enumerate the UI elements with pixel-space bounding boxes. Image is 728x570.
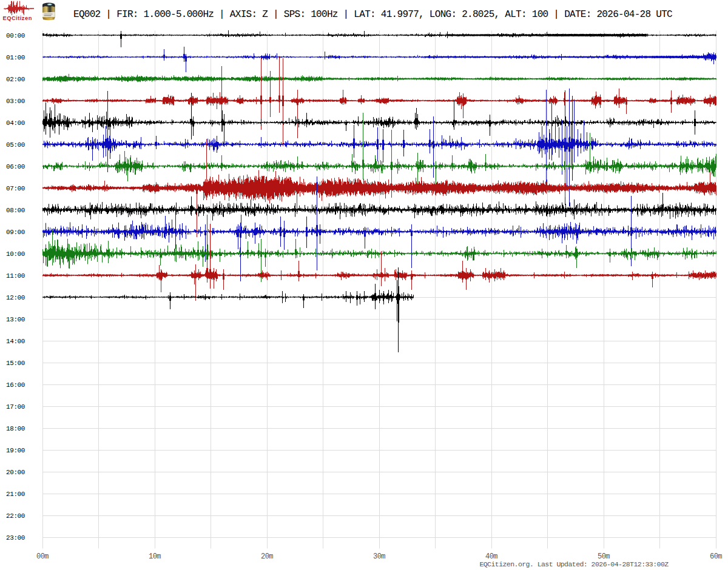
svg-text:00:00: 00:00 bbox=[6, 32, 25, 39]
svg-text:30m: 30m bbox=[373, 552, 385, 561]
svg-text:04:00: 04:00 bbox=[6, 119, 25, 127]
svg-text:22:00: 22:00 bbox=[6, 512, 25, 520]
svg-text:23:00: 23:00 bbox=[6, 534, 25, 542]
svg-text:21:00: 21:00 bbox=[6, 491, 25, 498]
svg-text:16:00: 16:00 bbox=[6, 381, 25, 389]
svg-text:EQ002 | FIR: 1.000-5.000Hz | A: EQ002 | FIR: 1.000-5.000Hz | AXIS: Z | S… bbox=[73, 9, 672, 20]
svg-text:14:00: 14:00 bbox=[6, 338, 25, 345]
svg-text:00m: 00m bbox=[36, 552, 49, 561]
svg-text:10:00: 10:00 bbox=[6, 250, 25, 258]
svg-text:50m: 50m bbox=[598, 552, 610, 561]
svg-text:13:00: 13:00 bbox=[6, 316, 25, 323]
svg-text:07:00: 07:00 bbox=[6, 185, 25, 192]
svg-text:11:00: 11:00 bbox=[6, 272, 25, 280]
svg-text:40m: 40m bbox=[485, 552, 497, 561]
svg-text:19:00: 19:00 bbox=[6, 447, 25, 454]
svg-text:18:00: 18:00 bbox=[6, 425, 25, 432]
svg-text:20:00: 20:00 bbox=[6, 469, 25, 476]
svg-text:09:00: 09:00 bbox=[6, 229, 25, 236]
svg-text:10m: 10m bbox=[149, 552, 161, 561]
svg-text:05:00: 05:00 bbox=[6, 141, 25, 149]
svg-text:EQCitizen: EQCitizen bbox=[3, 15, 32, 21]
svg-text:60m: 60m bbox=[710, 552, 722, 561]
svg-text:20m: 20m bbox=[261, 552, 273, 561]
svg-text:12:00: 12:00 bbox=[6, 294, 25, 301]
svg-text:03:00: 03:00 bbox=[6, 98, 25, 105]
svg-text:08:00: 08:00 bbox=[6, 207, 25, 214]
svg-text:EQCitizen.org. Last Updated: 2: EQCitizen.org. Last Updated: 2026-04-28T… bbox=[479, 560, 669, 568]
svg-text:17:00: 17:00 bbox=[6, 403, 25, 411]
svg-text:06:00: 06:00 bbox=[6, 163, 25, 170]
svg-text:15:00: 15:00 bbox=[6, 360, 25, 367]
svg-text:02:00: 02:00 bbox=[6, 76, 25, 83]
svg-text:01:00: 01:00 bbox=[6, 54, 25, 61]
